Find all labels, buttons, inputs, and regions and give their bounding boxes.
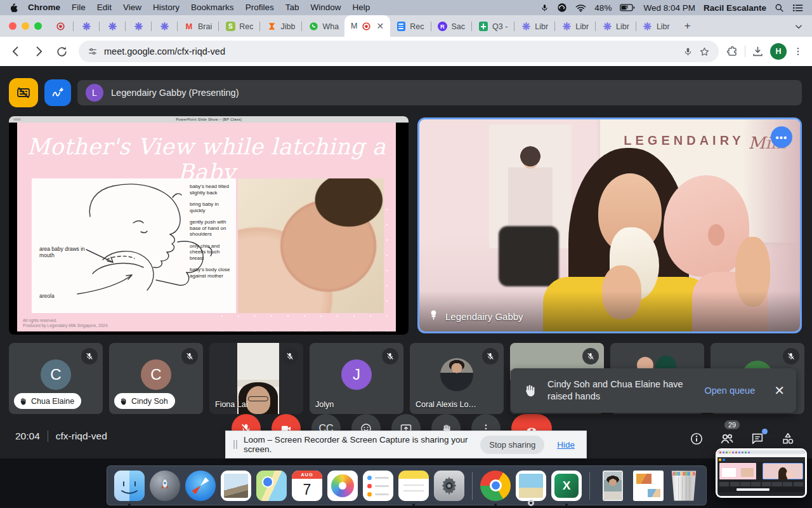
chrome-menu-kebab-icon[interactable]	[793, 46, 803, 57]
menu-chrome[interactable]: Chrome	[22, 0, 66, 15]
apple-menu-icon[interactable]	[9, 3, 18, 13]
dock-video-file-icon[interactable]	[598, 471, 628, 501]
participant-tile-chua-elaine[interactable]: C Chua Elaine	[9, 343, 103, 414]
tab-search-chevron-icon[interactable]	[794, 22, 803, 34]
menu-view[interactable]: View	[117, 0, 147, 15]
dock-excel-icon[interactable]: X	[551, 471, 582, 501]
meeting-details-icon[interactable]	[689, 431, 704, 446]
voice-search-icon[interactable]	[683, 47, 693, 57]
minimize-window-button[interactable]	[22, 22, 29, 30]
dock-settings-icon[interactable]	[434, 471, 464, 501]
microphone-status-icon[interactable]	[540, 3, 549, 13]
control-center-icon[interactable]	[792, 4, 803, 12]
tab-close-icon[interactable]: ✕	[377, 21, 384, 31]
dock-mail-icon[interactable]	[221, 471, 251, 501]
site-settings-icon[interactable]	[88, 46, 98, 57]
tab-library-1[interactable]: Libr	[515, 16, 554, 37]
participants-icon[interactable]: 29	[719, 431, 735, 446]
clock-time: 20:04	[15, 431, 40, 442]
tab-separator	[177, 22, 178, 31]
dock-document-file-icon[interactable]	[633, 471, 664, 501]
tab-recording-icon	[362, 21, 372, 31]
tab-sheets[interactable]: Q3 -	[473, 16, 513, 37]
participant-tile-cindy-soh[interactable]: C Cindy Soh	[109, 343, 203, 414]
menu-profiles[interactable]: Profiles	[240, 0, 280, 15]
tile-more-options-button[interactable]: •••	[771, 126, 792, 148]
activities-icon[interactable]	[780, 431, 796, 446]
address-bar[interactable]: meet.google.com/cfx-riqd-ved	[79, 41, 719, 62]
extensions-icon[interactable]	[726, 46, 738, 58]
dock-chrome-icon[interactable]	[480, 471, 511, 501]
tab-r-site[interactable]: RSac	[432, 16, 471, 37]
reload-icon[interactable]	[52, 42, 71, 61]
battery-icon[interactable]	[620, 4, 635, 11]
url-text[interactable]: meet.google.com/cfx-riqd-ved	[104, 46, 677, 57]
tab-library-2[interactable]: Libr	[556, 16, 594, 37]
participant-tile-coral-alexis[interactable]: Coral Alexis Lo…	[410, 343, 504, 414]
new-tab-button[interactable]: +	[679, 18, 696, 34]
menu-clock[interactable]: Wed 8:04 PM	[643, 3, 695, 13]
toast-close-icon[interactable]: ✕	[774, 383, 785, 398]
dock-safari-icon[interactable]	[185, 471, 216, 501]
bookmark-star-icon[interactable]	[699, 46, 710, 57]
downloads-icon[interactable]	[752, 46, 764, 58]
tab-library-3[interactable]: Libr	[596, 16, 635, 37]
tab-shopify[interactable]: SRec	[219, 16, 259, 37]
dock-preview-icon[interactable]	[516, 471, 546, 501]
pin-icon	[428, 309, 439, 324]
tab-google-meet-active[interactable]: M ✕	[344, 15, 390, 37]
zoom-window-button[interactable]	[34, 22, 42, 30]
back-icon[interactable]	[6, 42, 25, 61]
tab-library-4[interactable]: Libr	[637, 16, 676, 37]
creative-cloud-icon[interactable]	[557, 3, 567, 13]
shared-screen-tile[interactable]: PowerPoint Slide Show – [BP Class] Mothe…	[9, 116, 409, 335]
flower-icon	[521, 22, 531, 32]
menu-history[interactable]: History	[147, 0, 185, 15]
tab-separator	[514, 22, 514, 31]
close-window-button[interactable]	[9, 22, 16, 30]
dock-finder-icon[interactable]	[114, 471, 145, 501]
tab-loom-recording[interactable]	[48, 16, 72, 37]
tab-whatsapp[interactable]: Wha	[303, 16, 344, 37]
presenting-banner[interactable]: L Legendairy Gabby (Presenting)	[77, 80, 802, 105]
dock-calendar-icon[interactable]: AUG 7	[292, 471, 322, 501]
tab-pinned-3[interactable]	[126, 16, 150, 37]
annotate-button[interactable]	[44, 79, 71, 106]
chat-icon[interactable]	[750, 431, 765, 446]
forward-icon[interactable]	[29, 42, 48, 61]
slide-diagram-panel: area baby draws in mouth areola baby's h…	[32, 178, 236, 313]
raised-hand-name-pill: Chua Elaine	[14, 393, 81, 409]
menu-help[interactable]: Help	[346, 0, 376, 15]
profile-avatar[interactable]: H	[770, 43, 787, 60]
participant-tile-jolyn[interactable]: J Jolyn	[310, 343, 403, 414]
captions-off-button[interactable]	[9, 78, 38, 107]
fast-user-switch[interactable]: Racil Escalante	[704, 3, 766, 13]
dock-notes-icon[interactable]	[398, 471, 429, 501]
dock-photos-icon[interactable]	[327, 471, 358, 501]
wifi-icon[interactable]	[575, 4, 586, 12]
spotlight-search-icon[interactable]	[775, 3, 784, 13]
drag-handle-icon[interactable]	[233, 440, 237, 449]
tab-docs[interactable]: Rec	[390, 16, 429, 37]
ppt-window-controls	[13, 118, 21, 121]
menu-edit[interactable]: Edit	[91, 0, 117, 15]
participant-tile-fiona-lai[interactable]: Fiona Lai	[209, 343, 303, 414]
hide-banner-link[interactable]: Hide	[557, 440, 575, 450]
open-queue-link[interactable]: Open queue	[704, 385, 755, 396]
loom-screen-preview[interactable]	[716, 448, 807, 498]
tab-pinned-4[interactable]	[152, 16, 176, 37]
menu-bookmarks[interactable]: Bookmarks	[185, 0, 240, 15]
tab-jibble[interactable]: Jibb	[261, 16, 301, 37]
tab-gmail[interactable]: MBrai	[178, 16, 218, 37]
dock-reminders-icon[interactable]	[363, 471, 393, 501]
dock-trash-icon[interactable]	[669, 471, 699, 501]
tab-pinned-2[interactable]	[100, 16, 124, 37]
menu-window[interactable]: Window	[304, 0, 346, 15]
menu-file[interactable]: File	[66, 0, 91, 15]
dock-maps-icon[interactable]	[256, 471, 287, 501]
tab-pinned-1[interactable]	[74, 16, 98, 37]
dock-launchpad-icon[interactable]	[150, 471, 180, 501]
active-speaker-tile[interactable]: LEGENDAIRY Milk Legendairy Gabby	[417, 117, 802, 333]
menu-tab[interactable]: Tab	[280, 0, 305, 15]
stop-sharing-button[interactable]: Stop sharing	[480, 436, 544, 454]
